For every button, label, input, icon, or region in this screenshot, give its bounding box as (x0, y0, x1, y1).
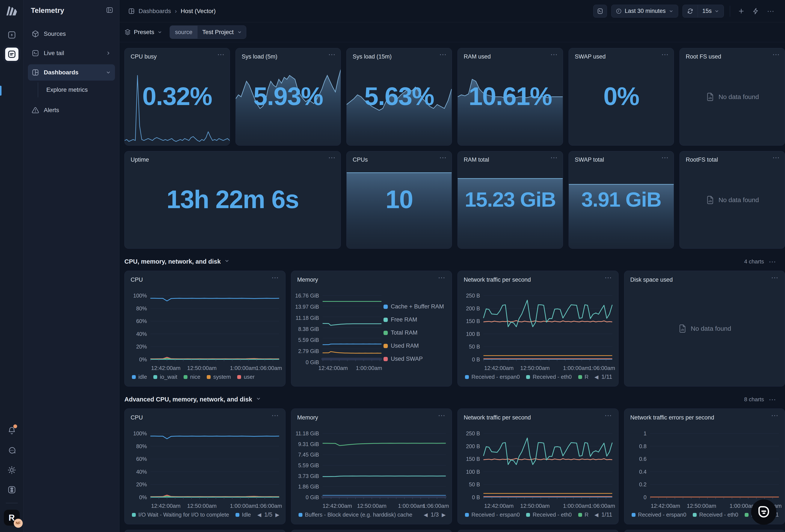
card-menu-button[interactable]: ⋯ (328, 53, 336, 55)
quick-actions-button[interactable] (751, 8, 761, 15)
sidebar-item-dashboards[interactable]: Dashboards (28, 64, 115, 81)
app-logo-icon[interactable] (6, 6, 18, 16)
legend-next-button[interactable]: ▶ (275, 512, 279, 518)
legend-item[interactable]: Received - eth0 (693, 511, 738, 518)
legend-item[interactable]: Cache + Buffer RAM (383, 303, 446, 310)
legend-item[interactable]: Buffers - Block device (e.g. harddisk) c… (299, 511, 412, 518)
legend-swatch (465, 513, 469, 517)
section-menu-button[interactable]: ⋯ (769, 398, 777, 401)
source-filter[interactable]: source Test Project (170, 26, 246, 39)
legend-item[interactable]: R (578, 374, 588, 380)
card-menu-button[interactable]: ⋯ (439, 53, 447, 55)
file-icon (678, 324, 687, 333)
x-tick-label: 12:50:00am (520, 365, 550, 371)
legend-item[interactable]: idle (132, 374, 147, 380)
refresh-interval-selector[interactable]: 15s (698, 5, 724, 17)
stat-card-uptime: Uptime⋯ 13h 22m 6s (124, 151, 341, 249)
feedback-button[interactable] (5, 444, 19, 457)
breadcrumb: Dashboards › Host (Vector) (128, 8, 216, 15)
card-menu-button[interactable]: ⋯ (439, 157, 447, 159)
legend-item[interactable]: io_wait (153, 374, 177, 380)
legend-prev-button[interactable]: ◀ (594, 374, 599, 380)
x-tick-label: 12:42:00am (323, 503, 352, 509)
sidebar-item-alerts[interactable]: Alerts (28, 102, 115, 118)
card-menu-button[interactable]: ⋯ (605, 276, 612, 278)
chart-card-memory: Memory⋯ 0 GiB2.79 GiB5.59 GiB8.38 GiB11.… (291, 271, 452, 387)
quick-connect-button[interactable] (5, 28, 19, 42)
sidebar-item-label: Alerts (44, 107, 59, 114)
legend-item[interactable]: Idle (235, 511, 251, 518)
card-menu-button[interactable]: ⋯ (771, 414, 779, 417)
legend-swatch (465, 375, 469, 379)
legend-item[interactable]: Total RAM (383, 329, 446, 336)
legend-item[interactable]: Received - erspan0 (465, 511, 520, 518)
section-toggle[interactable]: Advanced CPU, memory, network, and disk (124, 396, 261, 403)
presets-dropdown[interactable]: Presets (124, 29, 162, 35)
variables-panel-button[interactable] (593, 5, 607, 18)
card-menu-button[interactable]: ⋯ (550, 53, 558, 55)
card-menu-button[interactable]: ⋯ (550, 157, 558, 159)
chart-row-advanced: CPU⋯ 0%20%40%60%80%100%12:42:00am12:50:0… (124, 408, 785, 524)
legend-item[interactable]: Received - erspan0 (632, 511, 686, 518)
user-badge: NF (14, 519, 23, 528)
add-panel-button[interactable] (736, 8, 746, 15)
legend-prev-button[interactable]: ◀ (424, 512, 428, 518)
chevron-down-icon (668, 8, 674, 14)
more-options-button[interactable]: ⋯ (765, 10, 777, 12)
legend-swatch (132, 375, 136, 379)
legend-item[interactable]: Received - erspan0 (465, 374, 520, 380)
chevron-down-icon (105, 70, 111, 75)
legend-next-button[interactable]: ▶ (442, 512, 446, 518)
refresh-interval-value: 15s (702, 8, 712, 15)
sidebar-item-explore-metrics[interactable]: Explore metrics (38, 82, 115, 97)
breadcrumb-root[interactable]: Dashboards (138, 8, 171, 15)
card-menu-button[interactable]: ⋯ (605, 414, 612, 417)
card-menu-button[interactable]: ⋯ (773, 157, 780, 159)
legend-item[interactable]: Free RAM (383, 316, 446, 323)
legend-item[interactable]: nice (184, 374, 200, 380)
card-menu-button[interactable]: ⋯ (438, 276, 446, 278)
legend-item[interactable]: R (578, 511, 588, 518)
section-menu-button[interactable]: ⋯ (769, 261, 777, 263)
legend-item[interactable]: user (237, 374, 255, 380)
notifications-button[interactable] (5, 424, 19, 437)
legend-item[interactable]: Received - eth0 (526, 511, 572, 518)
card-menu-button[interactable]: ⋯ (661, 157, 669, 159)
sidebar-item-live-tail[interactable]: Live tail (28, 45, 115, 61)
dashboards-icon (32, 69, 39, 76)
card-menu-button[interactable]: ⋯ (328, 157, 336, 159)
card-menu-button[interactable]: ⋯ (773, 53, 780, 55)
card-menu-button[interactable]: ⋯ (272, 414, 279, 417)
memory-advanced-chart: 0 GiB1.86 GiB3.73 GiB5.59 GiB7.45 GiB9.3… (297, 433, 446, 518)
sidebar-collapse-button[interactable] (106, 6, 113, 15)
legend-item[interactable]: Used SWAP (383, 355, 446, 362)
card-title: Uptime (131, 157, 149, 163)
telemetry-nav-button[interactable] (5, 48, 19, 61)
legend-item[interactable]: Received - eth0 (526, 374, 572, 380)
theme-toggle-button[interactable] (5, 463, 19, 477)
no-data-message: No data found (680, 48, 785, 145)
source-filter-value: Test Project (202, 29, 233, 35)
legend-prev-button[interactable]: ◀ (257, 512, 261, 518)
card-menu-button[interactable]: ⋯ (217, 53, 225, 55)
stat-value: 10.61% (469, 82, 552, 111)
card-menu-button[interactable]: ⋯ (661, 53, 669, 55)
chat-launcher-button[interactable] (751, 499, 777, 525)
x-tick-label: 1:06:00am (256, 503, 282, 509)
workspace-avatar[interactable]: R NF (4, 510, 20, 526)
legend-prev-button[interactable]: ◀ (594, 512, 599, 518)
stat-value: 0.32% (143, 82, 212, 111)
legend-item[interactable]: Used RAM (383, 343, 446, 349)
card-menu-button[interactable]: ⋯ (438, 414, 446, 417)
x-tick-label: 1:06:00am (423, 503, 449, 509)
shortcuts-button[interactable] (5, 483, 19, 497)
time-range-selector[interactable]: Last 30 minutes (611, 5, 678, 18)
section-toggle[interactable]: CPU, memory, network, and disk (124, 258, 230, 265)
refresh-button[interactable] (683, 5, 698, 17)
legend-item[interactable]: I/O Wait - Waiting for I/O to complete (132, 511, 229, 518)
card-menu-button[interactable]: ⋯ (272, 276, 279, 278)
legend-item[interactable]: system (207, 374, 231, 380)
legend-label: Received - eth0 (533, 511, 572, 518)
section-chart-count: 8 charts (744, 396, 764, 403)
sidebar-item-sources[interactable]: Sources (28, 26, 115, 42)
